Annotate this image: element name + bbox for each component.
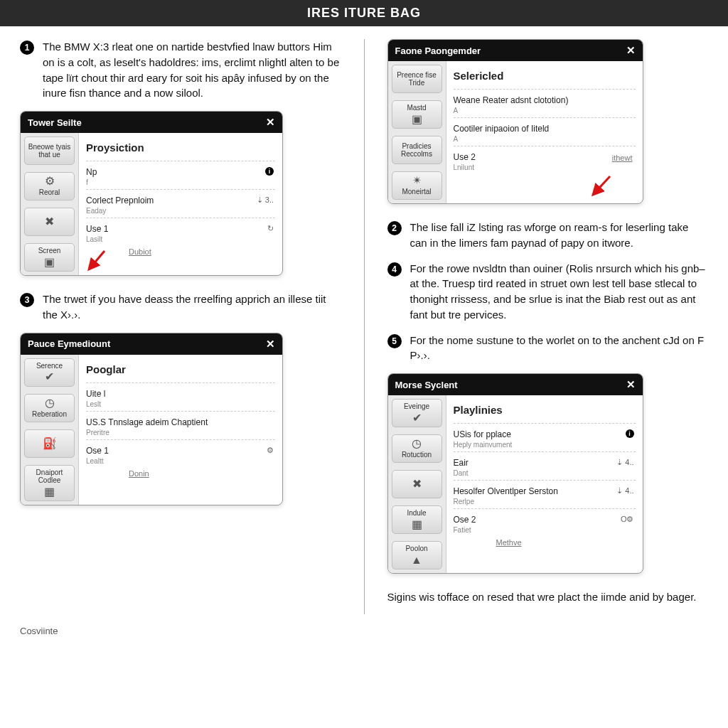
- gear-icon: O⚙: [621, 515, 634, 524]
- row-weane[interactable]: Weane Reater adsnt clototion) A: [454, 89, 636, 117]
- tab-preence[interactable]: Preence fise Tride: [392, 65, 442, 93]
- gear-icon: ⚙: [267, 446, 274, 455]
- tab-moneirtal[interactable]: ✴Moneirtal: [392, 171, 442, 200]
- link-methve[interactable]: Methve: [496, 538, 636, 547]
- step-1-badge: 1: [20, 41, 34, 55]
- content-head: Selericled: [454, 67, 636, 89]
- tab-fuel[interactable]: ⛽: [24, 429, 75, 458]
- window-tower-tabs: Bneowe tyais that ue ⚙Reoral ✖ Screen▣: [21, 133, 79, 275]
- window-morse-title: Morse Syclent: [395, 380, 458, 390]
- tab-cancel[interactable]: ✖: [24, 208, 75, 236]
- closing-text: Sigins wis tofface on resed that wre pla…: [387, 589, 709, 614]
- step-5-text: For the nome sustune to the worlet on to…: [410, 333, 709, 364]
- window-morse-tabs: Eveinge✔ ◷Rotuction ✖ Indule▦ Poolon▲: [388, 395, 446, 573]
- tab-poolon[interactable]: Poolon▲: [392, 541, 442, 569]
- row-usis[interactable]: USis for pplace Heply mainvument i: [454, 423, 636, 451]
- close-icon[interactable]: ✕: [266, 116, 275, 129]
- fuel-icon: ⛽: [43, 438, 57, 449]
- row-uss[interactable]: US.S Tnnslage adeim Chaptient Preritre: [86, 411, 275, 439]
- step-4-badge: 4: [387, 262, 402, 277]
- row-np[interactable]: Np f i: [86, 161, 275, 189]
- row-ose1[interactable]: Ose 1 Lealtt ⚙ Donin: [86, 439, 275, 481]
- info-icon[interactable]: i: [626, 429, 634, 438]
- window-faone: Faone Paongemder ✕ Preence fise Tride Ma…: [387, 39, 643, 204]
- row-uite[interactable]: Uite l Leslt: [86, 382, 275, 411]
- close-icon[interactable]: ✕: [626, 44, 636, 57]
- tab-serence[interactable]: Serence✔: [24, 358, 75, 387]
- content-head: Playlinies: [454, 401, 636, 423]
- window-faone-tabs: Preence fise Tride Mastd▣ Pradicies Recc…: [388, 61, 446, 203]
- window-faone-content: Selericled Weane Reater adsnt clototion)…: [446, 61, 643, 203]
- card-icon: ▦: [44, 486, 55, 498]
- step-3: 3 The trwet if you have deass the rreelf…: [20, 291, 341, 323]
- window-faone-title: Faone Paongemder: [395, 46, 481, 56]
- window-tower-titlebar: Tower Seilte ✕: [21, 112, 282, 133]
- step-2: 2 The lise fall iZ lsting ras wforge on …: [387, 220, 709, 251]
- tab-eveinge[interactable]: Eveinge✔: [392, 399, 442, 427]
- step-1: 1 The BMW X:3 rleat one on nartide bestv…: [20, 39, 341, 101]
- screen-icon: ▣: [44, 257, 55, 268]
- monitor-icon: ▣: [412, 114, 422, 125]
- row-use1[interactable]: Use 1 Lasilt ↻ Dubiot: [86, 218, 275, 259]
- right-column: Faone Paongemder ✕ Preence fise Tride Ma…: [387, 39, 709, 614]
- info-icon[interactable]: i: [265, 167, 274, 176]
- close-icon[interactable]: ✕: [626, 378, 636, 391]
- tab-reoral[interactable]: ⚙Reoral: [24, 172, 75, 200]
- step-4: 4 For the rowe nvsldtn than ouiner (Roli…: [387, 261, 709, 323]
- window-morse-content: Playlinies USis for pplace Heply mainvum…: [446, 395, 643, 573]
- step-4-text: For the rowe nvsldtn than ouiner (Rolis …: [410, 261, 709, 323]
- clock-icon: ◷: [45, 397, 55, 409]
- row-correct[interactable]: Corlect Prepnloim Eaday ⇣ 3..: [86, 189, 275, 218]
- cross-icon: ✖: [412, 478, 422, 490]
- row-eair[interactable]: Eair Dant ⇣ 4..: [454, 451, 636, 480]
- window-pauce: Pauce Eymediount ✕ Serence✔ ◷Reberation …: [20, 333, 283, 505]
- window-pauce-tabs: Serence✔ ◷Reberation ⛽ Dnaiport Codlee▦: [21, 355, 79, 505]
- link-ithewt[interactable]: ithewt: [612, 154, 633, 162]
- step-3-text: The trwet if you have deass the rreelfin…: [43, 291, 341, 323]
- tab-reberation[interactable]: ◷Reberation: [24, 394, 75, 422]
- page-title: IRES ITURE BAG: [307, 6, 421, 20]
- row-cootiler[interactable]: Cootiler inipaoion of Iiteld A: [454, 117, 636, 146]
- window-pauce-content: Pooglar Uite l Leslt US.S Tnnslage adeim…: [79, 355, 282, 505]
- window-tower-title: Tower Seilte: [28, 117, 82, 128]
- step-3-badge: 3: [20, 293, 34, 307]
- tab-indule[interactable]: Indule▦: [392, 505, 442, 534]
- content-head: Pooglar: [86, 360, 275, 382]
- check-icon: ✔: [412, 412, 422, 424]
- gear-icon: ⚙: [45, 176, 55, 187]
- cross-icon: ✖: [45, 216, 54, 228]
- tab-mastd[interactable]: Mastd▣: [392, 100, 442, 129]
- content-head: Proysiction: [86, 139, 275, 161]
- shirt-icon: ▲: [411, 555, 422, 566]
- window-morse-titlebar: Morse Syclent ✕: [388, 374, 643, 395]
- tab-screen[interactable]: Screen▣: [24, 243, 75, 272]
- window-tower-content: Proysiction Np f i Corlect Prepnloim Ead…: [79, 133, 282, 275]
- footer-text: Cosviinte: [0, 621, 728, 646]
- step-2-badge: 2: [387, 221, 402, 235]
- clock-icon: ◷: [412, 438, 422, 449]
- row-use2[interactable]: Use 2 Lnilunt ithewt: [454, 146, 636, 174]
- refresh-icon: ↻: [267, 224, 274, 233]
- window-morse: Morse Syclent ✕ Eveinge✔ ◷Rotuction ✖ In…: [387, 373, 643, 574]
- arrow-icon: [586, 175, 614, 203]
- tab-pradicies[interactable]: Pradicies Reccolms: [392, 136, 442, 164]
- column-divider: [364, 39, 365, 614]
- tab-rotuction[interactable]: ◷Rotuction: [392, 434, 442, 463]
- row-ose2[interactable]: Ose 2 Fatiet O⚙ Methve: [454, 508, 636, 550]
- step-2-text: The lise fall iZ lsting ras wforge on re…: [410, 220, 709, 251]
- link-dubiot[interactable]: Dubiot: [129, 247, 275, 256]
- tab-cancel[interactable]: ✖: [392, 470, 442, 498]
- page-title-bar: IRES ITURE BAG: [0, 0, 728, 26]
- tab-dnaiport[interactable]: Dnaiport Codlee▦: [24, 465, 75, 501]
- step-5: 5 For the nome sustune to the worlet on …: [387, 333, 709, 364]
- window-faone-titlebar: Faone Paongemder ✕: [388, 40, 643, 61]
- step-5-badge: 5: [387, 334, 402, 348]
- tab-browse[interactable]: Bneowe tyais that ue: [24, 136, 75, 165]
- card-icon: ▦: [412, 519, 422, 530]
- close-icon[interactable]: ✕: [266, 338, 275, 350]
- left-column: 1 The BMW X:3 rleat one on nartide bestv…: [20, 39, 341, 614]
- link-donin[interactable]: Donin: [129, 469, 275, 478]
- row-hesolfer[interactable]: Hesolfer Olventlper Serston Rerlpe ⇣ 4..: [454, 480, 636, 508]
- window-pauce-title: Pauce Eymediount: [28, 338, 110, 349]
- page-body: 1 The BMW X:3 rleat one on nartide bestv…: [0, 26, 728, 621]
